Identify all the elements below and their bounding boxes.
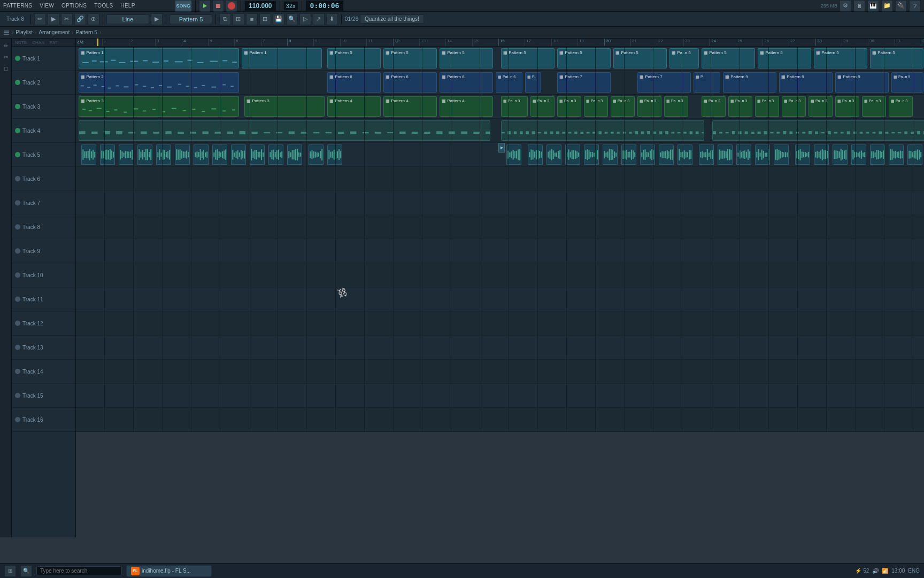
- pattern-block-t3-7[interactable]: ▦ Pa..n 3: [530, 96, 555, 117]
- track-5-clip[interactable]: [565, 144, 580, 165]
- piano-roll-btn[interactable]: 🎹: [867, 0, 879, 12]
- pattern-block-t3-14[interactable]: ▦ Pa..n 3: [728, 96, 752, 117]
- track-5-clip[interactable]: [889, 144, 904, 165]
- track-mute-16[interactable]: [15, 417, 20, 422]
- pattern-block-t3-11[interactable]: ▦ Pa..n 3: [637, 96, 661, 117]
- track-content-15[interactable]: [76, 384, 924, 408]
- menu-patterns[interactable]: PATTERNS: [3, 3, 32, 9]
- left-tool-select[interactable]: ◻: [1, 63, 11, 73]
- track-5-clip[interactable]: [212, 144, 227, 165]
- track-mute-1[interactable]: [15, 56, 20, 61]
- track-mute-3[interactable]: [15, 104, 20, 109]
- track-mute-10[interactable]: [15, 272, 20, 278]
- track-label-11[interactable]: Track 11: [12, 287, 75, 311]
- pattern-block-t2-13[interactable]: ▦ Pattern 9: [835, 72, 889, 93]
- track-5-clip[interactable]: [327, 144, 342, 165]
- pattern-block-t2-11[interactable]: ▦ Pattern 9: [723, 72, 776, 93]
- t2-tool7[interactable]: ▷: [299, 13, 311, 25]
- pattern-block-t3-5[interactable]: ▦ Pattern 4: [440, 96, 493, 117]
- track-5-clip[interactable]: [907, 144, 922, 165]
- line-mode-selector[interactable]: Line: [106, 14, 149, 24]
- quantize-button[interactable]: Quantize all the things!: [360, 14, 424, 24]
- track-label-2[interactable]: Track 2: [12, 71, 75, 95]
- pattern-block-t3-1[interactable]: ▦ Pattern 3: [79, 96, 239, 117]
- magnet-tool-btn[interactable]: ✏: [34, 13, 46, 25]
- track-5-clip[interactable]: [870, 144, 885, 165]
- breadcrumb-pattern5[interactable]: Pattern 5: [76, 29, 98, 35]
- pattern-block-t2-6[interactable]: ▦ Pat..n 6: [496, 72, 522, 93]
- track-content-5[interactable]: ▶: [76, 143, 924, 167]
- track-5-clip[interactable]: [309, 144, 324, 165]
- track-5-clip[interactable]: [699, 144, 714, 165]
- t2-tool3[interactable]: ≡: [246, 13, 258, 25]
- pattern-block-t1-3[interactable]: ▦ Pattern 5: [327, 48, 381, 69]
- track-5-clip[interactable]: [194, 144, 209, 165]
- track-5-clip[interactable]: [795, 144, 810, 165]
- track-label-1[interactable]: Track 1: [12, 47, 75, 71]
- pattern-block-t3-8[interactable]: ▦ Pa..n 3: [557, 96, 581, 117]
- record-button[interactable]: [226, 0, 237, 12]
- pattern-block-t3-18[interactable]: ▦ Pa..n 3: [835, 96, 859, 117]
- track-5-clip[interactable]: [833, 144, 848, 165]
- play-button[interactable]: [199, 0, 211, 12]
- track-5-clip[interactable]: [851, 144, 866, 165]
- track-content-4[interactable]: [76, 119, 924, 143]
- breadcrumb-arrangement[interactable]: Arrangement: [38, 29, 70, 35]
- t2-tool5[interactable]: 💾: [273, 13, 284, 25]
- pattern-block-t1-12[interactable]: ▦ Pattern 5: [814, 48, 867, 69]
- line-mode-arrow[interactable]: ▶: [151, 13, 163, 25]
- track-5-clip[interactable]: [287, 144, 302, 165]
- track-content-2[interactable]: ▦ Pattern 2: [76, 71, 924, 95]
- ruler[interactable]: 4/4 123456789101112131415161718192021222…: [76, 39, 924, 47]
- track-5-clip[interactable]: [774, 144, 789, 165]
- track-content-11[interactable]: [76, 287, 924, 311]
- pattern-block-t3-4[interactable]: ▦ Pattern 4: [383, 96, 437, 117]
- track-content-13[interactable]: [76, 336, 924, 360]
- pattern-block-t3-12[interactable]: ▦ Pa..n 3: [664, 96, 688, 117]
- track-label-6[interactable]: Track 6: [12, 167, 75, 191]
- track-content-12[interactable]: [76, 311, 924, 336]
- pattern-block-t2-8[interactable]: ▦ Pattern 7: [557, 72, 611, 93]
- pattern-block-t2-12[interactable]: ▦ Pattern 9: [779, 72, 833, 93]
- track-label-10[interactable]: Track 10: [12, 263, 75, 287]
- track-5-clip[interactable]: [659, 144, 674, 165]
- pattern-block-t1-9[interactable]: ▦ Pa..n 5: [669, 48, 699, 69]
- track-5-clip[interactable]: [814, 144, 829, 165]
- pattern-block-t1-1[interactable]: ▦ Pattern 1: [79, 48, 239, 69]
- help-btn[interactable]: ?: [909, 0, 921, 12]
- track-label-16[interactable]: Track 16: [12, 408, 75, 432]
- track-mute-6[interactable]: [15, 176, 20, 181]
- track-content-7[interactable]: [76, 191, 924, 215]
- track-content-3[interactable]: ▦ Pattern 3: [76, 95, 924, 119]
- taskbar-volume[interactable]: 🔊: [872, 568, 879, 574]
- pattern-block-t1-13[interactable]: ▦ Pattern 5: [870, 48, 923, 69]
- track-mute-2[interactable]: [15, 80, 20, 85]
- track-5-clip[interactable]: [137, 144, 152, 165]
- pattern-block-t4-audio[interactable]: [79, 120, 490, 141]
- pattern-block-t1-11[interactable]: ▦ Pattern 5: [758, 48, 811, 69]
- track-5-clip[interactable]: [736, 144, 751, 165]
- track-content-8[interactable]: [76, 215, 924, 239]
- track-5-clip[interactable]: [640, 144, 655, 165]
- pattern-block-t3-13[interactable]: ▦ Pa..n 3: [702, 96, 726, 117]
- track-5-clip[interactable]: [506, 144, 521, 165]
- track-mute-9[interactable]: [15, 248, 20, 254]
- pattern-block-t2-3[interactable]: ▦ Pattern 6: [327, 72, 381, 93]
- track-5-clip[interactable]: [677, 144, 692, 165]
- link-tool-btn[interactable]: 🔗: [74, 13, 86, 25]
- t2-tool8[interactable]: ↗: [313, 13, 325, 25]
- pattern-block-t2-10[interactable]: ▦ P..: [694, 72, 720, 93]
- pattern-block-t3-17[interactable]: ▦ Pa..n 3: [808, 96, 833, 117]
- pattern-block-t1-5[interactable]: ▦ Pattern 5: [440, 48, 493, 69]
- pattern-block-t1-7[interactable]: ▦ Pattern 5: [557, 48, 611, 69]
- track-mute-7[interactable]: [15, 200, 20, 206]
- plugin-btn[interactable]: 🔌: [895, 0, 907, 12]
- pattern-block-t2-5[interactable]: ▦ Pattern 6: [440, 72, 493, 93]
- track-label-14[interactable]: Track 14: [12, 360, 75, 384]
- pattern-block-t3-9[interactable]: ▦ Pa..n 3: [584, 96, 608, 117]
- menu-options[interactable]: OPTIONS: [61, 3, 87, 9]
- pattern-block-t1-4[interactable]: ▦ Pattern 5: [383, 48, 437, 69]
- t2-tool4[interactable]: ⊟: [259, 13, 271, 25]
- pattern-block-t3-20[interactable]: ▦ Pa..n 3: [889, 96, 913, 117]
- track-label-12[interactable]: Track 12: [12, 311, 75, 336]
